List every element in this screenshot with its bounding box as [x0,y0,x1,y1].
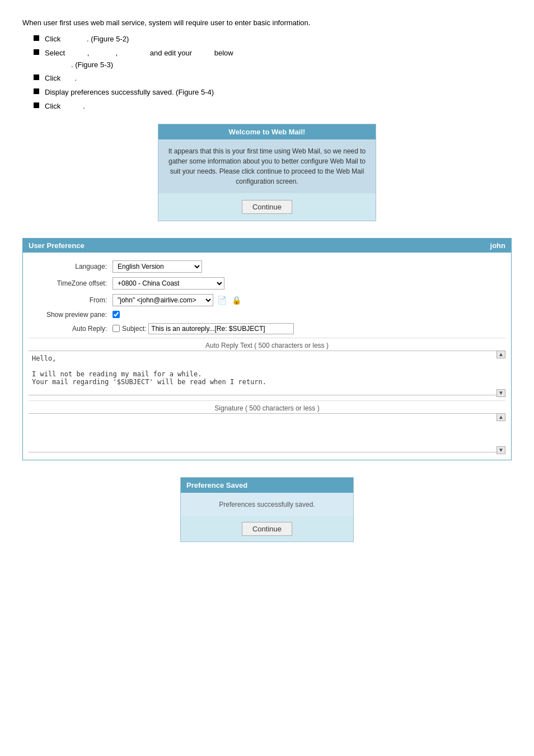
welcome-box: Welcome to Web Mail! It appears that thi… [158,124,376,221]
bullet-icon-5 [34,102,39,108]
sig-scroll-down[interactable]: ▼ [496,446,505,454]
language-label: Language: [29,263,113,270]
preview-pane-label: Show preview pane: [29,311,113,319]
language-field: English Version [113,260,202,273]
edit-from-icon[interactable]: 📄 [216,294,228,306]
auto-reply-textarea[interactable]: Hello, I will not be reading my mail for… [29,351,505,395]
bullet-text-1: Click . (Figure 5-2) [45,34,129,45]
bullet-icon-4 [34,88,39,94]
welcome-header: Welcome to Web Mail! [158,124,376,139]
bullet-item-2: Select , , and edit your below . (Figure… [34,48,512,71]
bullet-text-5: Click . [45,101,85,113]
auto-reply-scroll-up[interactable]: ▲ [496,351,505,358]
auto-reply-label: Auto Reply: [29,325,113,333]
timezone-label: TimeZone offset: [29,279,113,287]
auto-reply-subject-input[interactable] [148,323,294,334]
pref-saved-continue-button[interactable]: Continue [242,522,292,536]
signature-textarea[interactable] [29,413,505,452]
from-label: From: [29,296,113,304]
preview-pane-checkbox[interactable] [113,311,120,318]
auto-reply-field: Subject: [113,323,294,334]
bullet-text-4: Display preferences successfully saved. … [45,87,214,99]
auto-reply-scroll-down[interactable]: ▼ [496,389,505,397]
welcome-button-area: Continue [158,193,376,221]
pref-saved-text: Preferences successfully saved. [190,501,344,508]
timezone-row: TimeZone offset: +0800 - China Coast [29,277,505,290]
user-pref-body: Language: English Version TimeZone offse… [23,253,511,460]
bullet-text-3: Click . [45,73,77,85]
user-pref-header: User Preference john [23,239,511,253]
subject-label: Subject: [122,325,146,333]
bullet-item-4: Display preferences successfully saved. … [34,87,512,99]
username-display: john [490,241,505,250]
pref-saved-body: Preferences successfully saved. [181,493,353,516]
from-row: From: "john" <john@airlive.com> 📄 🔒 [29,294,505,306]
from-field: "john" <john@airlive.com> 📄 🔒 [113,294,242,306]
auto-reply-textarea-wrapper: Hello, I will not be reading my mail for… [29,351,505,397]
bullet-item-5: Click . [34,101,512,113]
pref-saved-button-area: Continue [181,516,353,542]
bullet-item-3: Click . [34,73,512,85]
bullet-item-1: Click . (Figure 5-2) [34,34,512,45]
bullet-icon-2 [34,49,39,55]
auto-reply-checkbox[interactable] [113,325,120,332]
user-preference-panel: User Preference john Language: English V… [22,238,512,460]
signature-label: Signature ( 500 characters or less ) [29,400,505,412]
instructions-section: When user first uses web mail service, s… [22,17,512,113]
language-row: Language: English Version [29,260,505,273]
bullet-icon-1 [34,35,39,41]
bullet-text-2: Select , , and edit your below . (Figure… [45,48,233,71]
signature-textarea-wrapper: ▲ ▼ [29,413,505,454]
sig-scroll-up[interactable]: ▲ [496,413,505,421]
bullet-icon-3 [34,74,39,80]
user-pref-title: User Preference [29,241,85,250]
intro-text: When user first uses web mail service, s… [22,17,512,29]
preview-pane-row: Show preview pane: [29,311,505,319]
bullet-list: Click . (Figure 5-2) Select , , and edit… [34,34,512,113]
auto-reply-row: Auto Reply: Subject: [29,323,505,334]
pref-saved-box: Preference Saved Preferences successfull… [180,477,354,542]
from-select[interactable]: "john" <john@airlive.com> [113,294,213,306]
welcome-body: It appears that this is your first time … [158,139,376,193]
timezone-select[interactable]: +0800 - China Coast [113,277,224,290]
auto-reply-text-label: Auto Reply Text ( 500 characters or less… [29,338,505,349]
pref-saved-header: Preference Saved [181,478,353,493]
language-select[interactable]: English Version [113,260,202,273]
lock-from-icon[interactable]: 🔒 [230,294,242,306]
timezone-field: +0800 - China Coast [113,277,224,290]
preview-pane-field [113,311,120,318]
welcome-continue-button[interactable]: Continue [242,200,292,214]
